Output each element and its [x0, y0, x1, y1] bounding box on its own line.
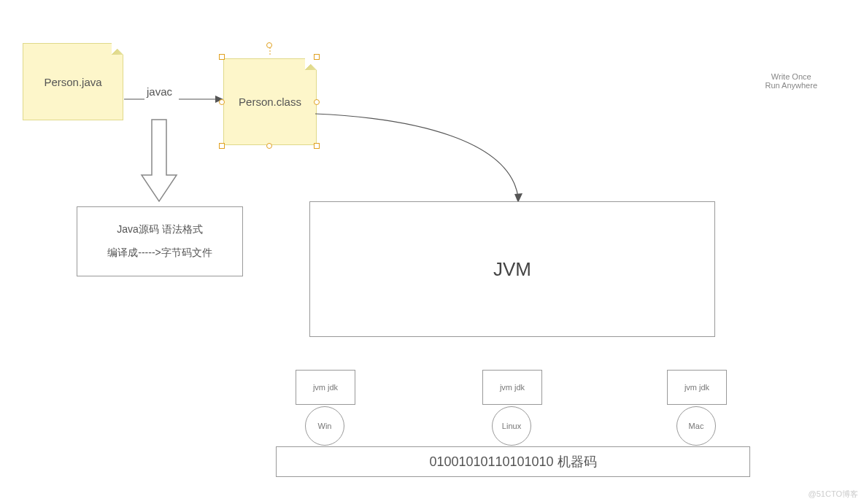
note-source-label: Person.java	[44, 76, 101, 88]
sel-handle-mr[interactable]	[314, 99, 320, 105]
slogan-line1: Write Once	[765, 72, 817, 81]
arrow-class-to-jvm	[312, 111, 539, 206]
sel-handle-bl[interactable]	[219, 143, 225, 149]
os-mac-label: Mac	[689, 422, 704, 430]
arrow-javac	[124, 91, 226, 113]
desc-line2: 编译成----->字节码文件	[107, 247, 212, 260]
note-person-java: Person.java	[23, 43, 123, 120]
platform-box-linux: jvm jdk	[482, 370, 542, 405]
slogan-line2: Run Anywhere	[765, 81, 817, 90]
watermark: @51CTO博客	[809, 489, 858, 500]
platform-box-win-label: jvm jdk	[313, 383, 338, 392]
jvm-label: JVM	[493, 258, 531, 281]
sel-handle-bm[interactable]	[266, 143, 272, 149]
os-circle-win: Win	[305, 406, 344, 446]
os-circle-mac: Mac	[676, 406, 716, 446]
platform-box-win: jvm jdk	[296, 370, 355, 405]
sel-handle-tl[interactable]	[219, 54, 225, 60]
jvm-box: JVM	[309, 201, 715, 337]
os-circle-linux: Linux	[492, 406, 531, 446]
sel-handle-tr[interactable]	[314, 54, 320, 60]
note-person-class: Person.class	[223, 58, 317, 145]
desc-line1: Java源码 语法格式	[117, 223, 202, 236]
machine-code-label: 01001010110101010 机器码	[429, 453, 596, 470]
sel-handle-ml[interactable]	[219, 99, 225, 105]
platform-box-linux-label: jvm jdk	[500, 383, 525, 392]
note-class-label: Person.class	[239, 96, 301, 108]
big-down-arrow	[139, 118, 180, 204]
note-corner-cut	[305, 58, 317, 70]
platform-box-mac-label: jvm jdk	[684, 383, 709, 392]
machine-code-bar: 01001010110101010 机器码	[276, 446, 750, 477]
description-box: Java源码 语法格式 编译成----->字节码文件	[77, 206, 243, 276]
os-linux-label: Linux	[502, 422, 521, 430]
rotation-stem	[269, 47, 271, 56]
platform-box-mac: jvm jdk	[667, 370, 727, 405]
os-win-label: Win	[318, 422, 332, 430]
note-corner-cut	[112, 43, 123, 55]
slogan: Write Once Run Anywhere	[765, 72, 817, 90]
